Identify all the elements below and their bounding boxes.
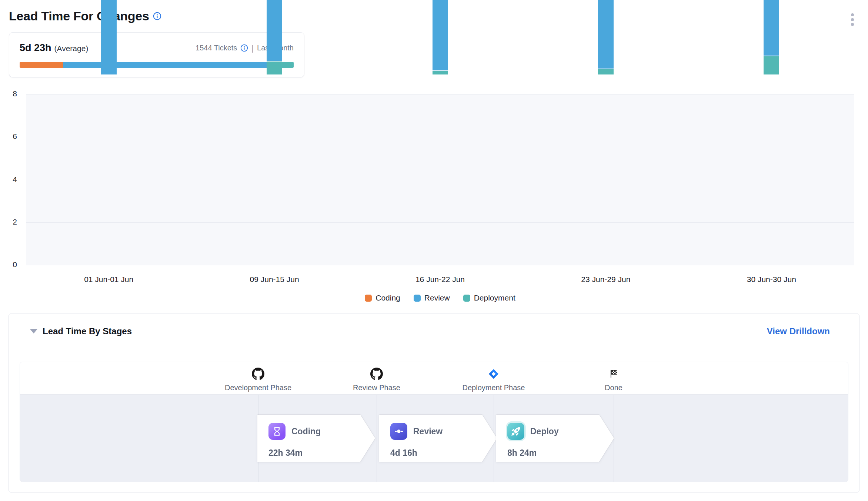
bar-segment-review[interactable] (101, 0, 117, 74)
rocket-icon (507, 423, 524, 440)
bar-segment-review[interactable] (267, 0, 282, 61)
stage-duration: 4d 16h (390, 448, 497, 458)
bar-30 Jun-30 Jun[interactable] (764, 0, 779, 74)
phase-label: Deployment Phase (438, 384, 549, 392)
stages-section-title: Lead Time By Stages (43, 326, 132, 336)
hourglass-icon (268, 423, 286, 440)
legend-item-deployment[interactable]: Deployment (463, 293, 515, 302)
legend-item-review[interactable]: Review (414, 293, 450, 302)
gridline (26, 137, 854, 137)
legend-swatch (365, 295, 372, 302)
gridline (26, 265, 854, 265)
bar-segment-deployment[interactable] (433, 71, 448, 74)
bar-segment-deployment[interactable] (267, 62, 282, 74)
y-axis-tick-label: 2 (0, 218, 17, 226)
stages-body: Coding 22h 34m Review 4d 16h (20, 395, 848, 482)
phase-development: Development Phase (203, 367, 314, 392)
phase-label: Development Phase (203, 384, 314, 392)
chart-legend: CodingReviewDeployment (26, 293, 854, 302)
lead-time-chart: CodingReviewDeployment 0246801 Jun-01 Ju… (0, 0, 868, 311)
bar-23 Jun-29 Jun[interactable] (598, 0, 614, 74)
stage-name: Coding (291, 427, 321, 437)
bar-segment-review[interactable] (764, 0, 779, 56)
github-icon (321, 367, 432, 381)
y-axis-tick-label: 8 (0, 89, 17, 98)
stage-duration: 22h 34m (268, 448, 375, 458)
stage-card-deploy[interactable]: Deploy 8h 24m (496, 415, 614, 462)
phase-deployment: Deployment Phase (438, 367, 549, 392)
stages-header: Lead Time By Stages View Drilldown (9, 313, 859, 336)
bar-segment-review[interactable] (433, 0, 448, 70)
bar-segment-deployment[interactable] (764, 56, 779, 74)
lead-time-by-stages-panel: Lead Time By Stages View Drilldown Devel… (8, 313, 860, 493)
commit-icon (390, 423, 407, 440)
legend-swatch (463, 295, 470, 302)
jira-icon (438, 367, 549, 381)
x-axis-label: 01 Jun-01 Jun (53, 275, 164, 284)
phase-label: Review Phase (321, 384, 432, 392)
collapse-triangle-icon[interactable] (30, 329, 37, 334)
stage-name: Review (413, 427, 443, 437)
x-axis-label: 16 Jun-22 Jun (385, 275, 496, 284)
stage-card-review[interactable]: Review 4d 16h (379, 415, 497, 462)
column-divider (377, 395, 377, 482)
x-axis-label: 09 Jun-15 Jun (219, 275, 330, 284)
legend-swatch (414, 295, 421, 302)
bar-segment-review[interactable] (598, 0, 614, 69)
lead-time-widget: Lead Time For Changes 5d 23h (Average) 1… (0, 0, 868, 501)
legend-label: Deployment (474, 293, 515, 302)
phase-done: Done (558, 367, 669, 392)
phases-header-row: Development Phase Review Phase (20, 362, 848, 395)
github-icon (203, 367, 314, 381)
gridline (26, 180, 854, 180)
y-axis-tick-label: 6 (0, 132, 17, 141)
legend-label: Coding (375, 293, 400, 302)
legend-item-coding[interactable]: Coding (365, 293, 400, 302)
finish-flag-icon (558, 367, 669, 381)
phase-review: Review Phase (321, 367, 432, 392)
gridline (26, 94, 854, 94)
y-axis-tick-label: 4 (0, 175, 17, 184)
stage-name: Deploy (530, 427, 559, 437)
gridline (26, 222, 854, 223)
y-axis-tick-label: 0 (0, 260, 17, 269)
bar-segment-deployment[interactable] (598, 69, 614, 74)
stage-duration: 8h 24m (507, 448, 614, 458)
phase-label: Done (558, 384, 669, 392)
stage-card-coding[interactable]: Coding 22h 34m (257, 415, 375, 462)
view-drilldown-link[interactable]: View Drilldown (767, 326, 830, 336)
stages-table: Development Phase Review Phase (20, 362, 848, 482)
bar-01 Jun-01 Jun[interactable] (101, 0, 117, 74)
x-axis-label: 23 Jun-29 Jun (550, 275, 661, 284)
bar-16 Jun-22 Jun[interactable] (433, 0, 448, 74)
x-axis-label: 30 Jun-30 Jun (716, 275, 827, 284)
bar-09 Jun-15 Jun[interactable] (267, 0, 282, 74)
legend-label: Review (424, 293, 450, 302)
